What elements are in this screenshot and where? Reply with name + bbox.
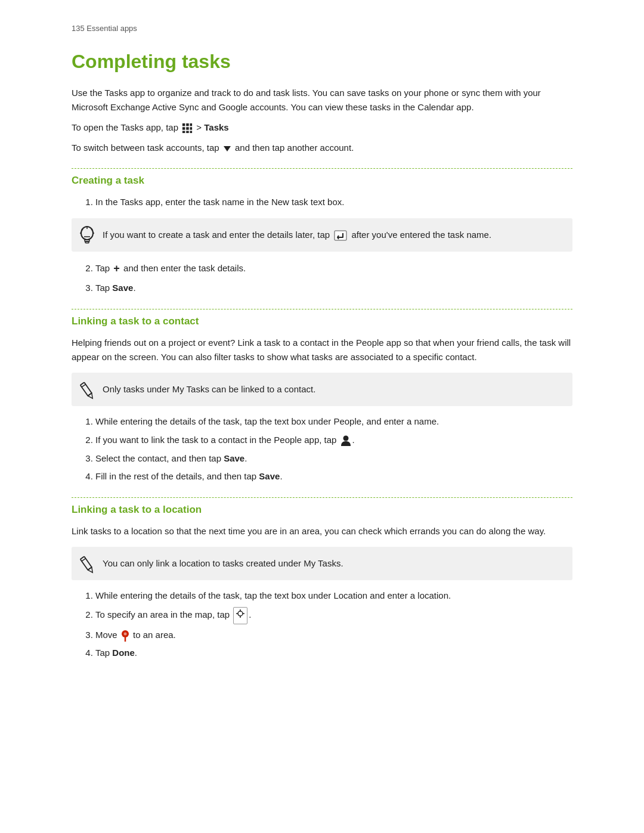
note-text-contact: Only tasks under My Tasks can be linked …	[103, 384, 315, 394]
tip-text: If you want to create a task and enter t…	[103, 230, 491, 240]
tasks-label: Tasks	[204, 122, 228, 132]
list-item: In the Tasks app, enter the task name in…	[95, 195, 572, 210]
svg-rect-5	[190, 127, 193, 130]
section-divider-1	[72, 168, 572, 169]
contact-description: Helping friends out on a project or even…	[72, 336, 572, 364]
intro-paragraph-1: Use the Tasks app to organize and track …	[72, 86, 572, 114]
list-item: Select the contact, and then tap Save.	[95, 451, 572, 466]
svg-point-22	[343, 435, 348, 441]
apps-grid-icon	[182, 123, 193, 134]
intro-paragraph-2: To open the Tasks app, tap > Tasks	[72, 120, 572, 135]
svg-rect-11	[85, 241, 89, 243]
location-steps: While entering the details of the task, …	[95, 589, 572, 661]
breadcrumb: 135 Essential apps	[72, 24, 572, 33]
svg-rect-1	[186, 123, 189, 126]
list-item: Tap Done.	[95, 646, 572, 661]
save-label-3: Save	[259, 471, 280, 481]
svg-rect-2	[190, 123, 193, 126]
note-box-location: You can only link a location to tasks cr…	[72, 547, 572, 580]
lightbulb-icon	[79, 225, 95, 247]
note-box-contact: Only tasks under My Tasks can be linked …	[72, 373, 572, 406]
section-divider-2	[72, 309, 572, 309]
list-item: Fill in the rest of the details, and the…	[95, 469, 572, 484]
section-heading-contact: Linking a task to a contact	[72, 315, 572, 327]
list-item: Move to an area.	[95, 628, 572, 643]
list-item: While entering the details of the task, …	[95, 414, 572, 429]
creating-steps-1: In the Tasks app, enter the task name in…	[95, 195, 572, 210]
svg-rect-0	[182, 123, 185, 126]
list-item: Tap Save.	[95, 281, 572, 296]
svg-point-26	[238, 611, 243, 616]
creating-steps-2: Tap + and then enter the task details. T…	[95, 260, 572, 296]
pencil-icon	[79, 380, 95, 401]
pencil-icon-2	[79, 554, 95, 575]
section-heading-location: Linking a task to a location	[72, 504, 572, 516]
page-title: Completing tasks	[72, 51, 572, 73]
save-label-2: Save	[224, 453, 244, 463]
svg-rect-18	[335, 231, 346, 240]
list-item: To specify an area in the map, tap .	[95, 607, 572, 624]
section-divider-3	[72, 497, 572, 498]
svg-rect-6	[182, 131, 185, 134]
svg-rect-8	[190, 131, 193, 134]
plus-icon: +	[113, 260, 120, 278]
enter-arrow-icon	[334, 230, 347, 241]
svg-line-21	[82, 385, 86, 388]
section-heading-creating: Creating a task	[72, 175, 572, 187]
page-container: 135 Essential apps Completing tasks Use …	[0, 0, 644, 701]
svg-line-25	[82, 559, 86, 562]
intro-paragraph-3: To switch between task accounts, tap and…	[72, 141, 572, 155]
dropdown-triangle-icon	[224, 146, 231, 151]
tip-box-creating: If you want to create a task and enter t…	[72, 218, 572, 252]
done-label: Done	[112, 648, 135, 658]
list-item: Tap + and then enter the task details.	[95, 260, 572, 278]
svg-rect-3	[182, 127, 185, 130]
svg-rect-7	[186, 131, 189, 134]
list-item: While entering the details of the task, …	[95, 589, 572, 603]
map-crosshair-icon	[236, 609, 245, 618]
note-text-location: You can only link a location to tasks cr…	[103, 558, 343, 568]
svg-point-32	[123, 632, 126, 635]
save-label-1: Save	[112, 283, 133, 293]
person-icon	[340, 435, 351, 447]
contact-steps: While entering the details of the task, …	[95, 414, 572, 484]
map-pin-icon	[121, 630, 129, 642]
map-icon-box	[233, 607, 247, 624]
svg-rect-4	[186, 127, 189, 130]
list-item: If you want to link the task to a contac…	[95, 433, 572, 448]
location-description: Link tasks to a location so that the nex…	[72, 524, 572, 538]
